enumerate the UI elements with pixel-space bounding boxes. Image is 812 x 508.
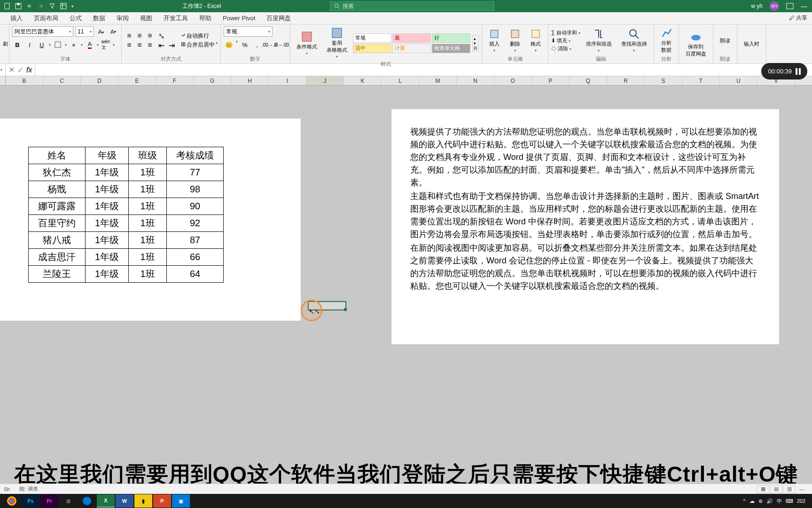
bold-button[interactable]: B (12, 40, 23, 50)
tab-insert[interactable]: 插入 (5, 12, 28, 24)
col-header-B[interactable]: B (6, 76, 43, 85)
fill-button[interactable]: ⬇ 填充 ▾ (551, 37, 580, 44)
merge-button[interactable]: ⊞ 合并后居中 ▾ (181, 41, 218, 49)
col-header-J[interactable]: J (306, 76, 344, 85)
shrink-font-button[interactable]: A▾ (108, 26, 118, 37)
tray-up-icon[interactable]: ^ (743, 498, 745, 504)
fill-color-button[interactable] (69, 40, 79, 50)
tab-powerpivot[interactable]: Power Pivot (217, 12, 261, 24)
tab-view[interactable]: 视图 (134, 12, 158, 24)
style-neutral[interactable]: 适中 (353, 44, 391, 53)
tab-help[interactable]: 帮助 (194, 12, 217, 24)
page-break-button[interactable]: ▥ (783, 485, 796, 493)
col-header-E[interactable]: E (118, 76, 156, 85)
tray-wifi-icon[interactable]: ⊚ (758, 498, 763, 504)
col-header-T[interactable]: T (682, 76, 720, 85)
autosum-button[interactable]: ∑ 自动求和 ▾ (551, 29, 580, 36)
powerbi-icon[interactable]: ▮ (134, 494, 152, 508)
font-size-combo[interactable]: 11▾ (75, 26, 94, 37)
align-bottom-button[interactable]: ≡ (145, 32, 155, 40)
number-format-combo[interactable]: 常规▾ (224, 26, 273, 37)
tab-layout[interactable]: 页面布局 (28, 12, 64, 24)
font-color-button[interactable]: A (85, 40, 95, 50)
premiere-icon[interactable]: Pr (40, 494, 58, 508)
chrome-icon[interactable] (7, 496, 16, 506)
paste-button[interactable]: 刷 (3, 40, 8, 48)
save-icon[interactable] (15, 3, 22, 9)
tray-keyboard-icon[interactable]: ⌨ (786, 498, 793, 504)
phonetic-button[interactable]: wén文 (101, 40, 111, 50)
tray-ime[interactable]: 中 (777, 498, 782, 505)
tab-review[interactable]: 审阅 (111, 12, 134, 24)
avatar[interactable]: WY (770, 1, 779, 11)
font-name-combo[interactable]: 阿里巴巴普惠体▾ (12, 26, 73, 37)
gallery-more-icon[interactable]: ⊟ (474, 46, 477, 50)
input-time-button[interactable]: 输入时 (740, 40, 763, 48)
orientation-button[interactable]: ⤡ (156, 32, 166, 40)
col-header-D[interactable]: D (81, 76, 118, 85)
insert-cells-button[interactable]: 插入▾ (485, 27, 504, 54)
col-header-R[interactable]: R (607, 76, 645, 85)
indent-decrease-button[interactable]: ⇤ (156, 41, 166, 49)
user-name[interactable]: w yh (751, 3, 763, 9)
style-normal[interactable]: 常规 (353, 33, 391, 43)
pause-icon[interactable] (796, 68, 801, 75)
page-layout-button[interactable]: ▤ (770, 485, 782, 493)
tray-date[interactable]: 202 (797, 498, 805, 504)
wrap-text-button[interactable]: ⤶ 自动换行 (181, 32, 218, 40)
pivot-icon[interactable] (60, 3, 67, 9)
cancel-formula-icon[interactable]: ✕ (8, 65, 15, 74)
sheet-area[interactable]: 姓名年级班级考核成绩 狄仁杰1年级1班77杨戬1年级1班98娜可露露1年级1班9… (0, 86, 812, 358)
col-header-O[interactable]: O (494, 76, 532, 85)
col-header-L[interactable]: L (382, 76, 419, 85)
col-header-U[interactable]: U (720, 76, 757, 85)
indent-increase-button[interactable]: ⇥ (167, 41, 176, 49)
align-middle-button[interactable]: ≡ (135, 32, 144, 40)
delete-cells-button[interactable]: 删除▾ (506, 27, 524, 54)
style-check[interactable]: 检查单元格 (432, 44, 470, 53)
fill-handle[interactable] (344, 308, 347, 311)
conditional-format-button[interactable]: 条件格式▾ (293, 30, 321, 56)
minimize-button[interactable]: — (801, 2, 807, 10)
border-button[interactable] (53, 40, 63, 50)
percent-button[interactable]: % (240, 40, 250, 50)
col-header-G[interactable]: G (194, 76, 231, 85)
filter-icon[interactable] (49, 3, 55, 9)
align-right-button[interactable]: ≡ (145, 41, 155, 49)
analyze-data-button[interactable]: 分析 数据 (657, 26, 676, 55)
increase-decimal-button[interactable]: .00→.0 (264, 40, 274, 50)
word-icon[interactable]: W (116, 494, 133, 508)
align-left-button[interactable]: ≡ (125, 41, 134, 49)
style-calc[interactable]: 计算 (392, 44, 431, 53)
col-header-H[interactable]: H (231, 76, 269, 85)
tab-formulas[interactable]: 公式 (64, 12, 87, 24)
sort-filter-button[interactable]: 排序和筛选▾ (582, 27, 616, 54)
style-good[interactable]: 好 (432, 33, 470, 43)
format-cells-button[interactable]: 格式▾ (526, 27, 545, 54)
name-box[interactable]: ▾ (0, 64, 6, 76)
underline-button[interactable]: U (37, 40, 47, 50)
fx-icon[interactable]: fx (26, 66, 32, 74)
redo-icon[interactable] (38, 3, 44, 9)
read-aloud-button[interactable]: 朗读 (716, 36, 734, 45)
align-top-button[interactable]: ≡ (125, 32, 134, 40)
normal-view-button[interactable]: ▦ (757, 485, 769, 493)
col-header-N[interactable]: N (457, 76, 494, 85)
photoshop-icon[interactable]: Ps (22, 494, 39, 508)
col-header-S[interactable]: S (645, 76, 682, 85)
tab-data[interactable]: 数据 (87, 12, 111, 24)
align-center-button[interactable]: ≡ (135, 41, 144, 49)
baidu-save-button[interactable]: 保存到 百度网盘 (682, 30, 710, 58)
undo-icon[interactable] (26, 3, 33, 9)
search-box[interactable]: 搜索 (330, 1, 494, 11)
col-header-K[interactable]: K (344, 76, 382, 85)
recorder-icon[interactable]: ▣ (172, 494, 190, 508)
tray-volume-icon[interactable]: 🔊 (766, 498, 773, 504)
tab-baidu[interactable]: 百度网盘 (261, 12, 297, 24)
excel-icon[interactable]: X (97, 494, 115, 508)
gallery-up-icon[interactable]: ▴ (474, 36, 477, 41)
col-header-P[interactable]: P (532, 76, 570, 85)
task-view-icon[interactable]: ⊞ (59, 494, 77, 508)
share-button[interactable]: 🖊 共享 (784, 14, 812, 22)
col-header-F[interactable]: F (156, 76, 194, 85)
